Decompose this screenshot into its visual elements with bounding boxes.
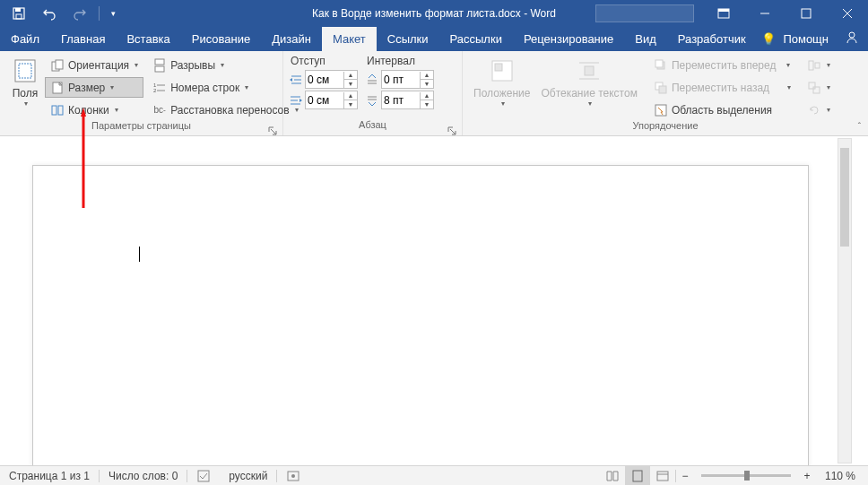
group-icon bbox=[807, 81, 821, 95]
language-status[interactable]: русский bbox=[220, 466, 276, 485]
tab-references[interactable]: Ссылки bbox=[377, 27, 439, 51]
vertical-scrollbar[interactable] bbox=[838, 138, 852, 463]
collapse-ribbon-button[interactable]: ˆ bbox=[858, 122, 861, 132]
group-paragraph: Отступ ▲▼ ▲▼ Интервал ▲▼ ▲▼ bbox=[283, 51, 463, 135]
svg-point-50 bbox=[291, 474, 295, 478]
bring-forward-icon bbox=[654, 58, 668, 73]
svg-rect-44 bbox=[815, 63, 820, 68]
svg-rect-43 bbox=[809, 61, 813, 70]
spacing-after-icon bbox=[365, 93, 379, 108]
svg-rect-16 bbox=[58, 106, 63, 115]
tab-review[interactable]: Рецензирование bbox=[513, 27, 624, 51]
selection-pane-button[interactable]: Область выделения bbox=[648, 100, 796, 120]
group-page-setup-label: Параметры страницы bbox=[0, 120, 282, 135]
wrap-text-icon bbox=[575, 56, 603, 85]
group-paragraph-label: Абзац bbox=[283, 119, 462, 135]
orientation-button[interactable]: Ориентация▾ bbox=[45, 55, 143, 75]
svg-rect-41 bbox=[659, 86, 666, 93]
tab-layout[interactable]: Макет bbox=[322, 27, 377, 51]
spin-up[interactable]: ▲ bbox=[344, 92, 357, 100]
zoom-in-button[interactable]: + bbox=[798, 470, 816, 482]
spacing-before-input[interactable]: ▲▼ bbox=[381, 70, 434, 89]
svg-rect-46 bbox=[813, 87, 820, 93]
margins-icon bbox=[11, 56, 39, 85]
rotate-icon bbox=[807, 103, 821, 117]
align-button[interactable]: ▾ bbox=[802, 55, 836, 75]
undo-button[interactable] bbox=[38, 2, 61, 25]
word-count-status[interactable]: Число слов: 0 bbox=[100, 466, 187, 485]
size-button[interactable]: Размер▾ bbox=[45, 77, 143, 98]
spin-down[interactable]: ▼ bbox=[344, 100, 357, 108]
group-button[interactable]: ▾ bbox=[802, 77, 836, 98]
zoom-slider[interactable] bbox=[701, 474, 791, 477]
spin-down[interactable]: ▼ bbox=[421, 80, 433, 88]
selection-pane-icon bbox=[654, 103, 668, 117]
svg-rect-39 bbox=[655, 60, 663, 67]
tab-file[interactable]: Файл bbox=[0, 27, 50, 51]
spin-up[interactable]: ▲ bbox=[421, 72, 433, 80]
svg-rect-1 bbox=[15, 8, 21, 12]
tab-view[interactable]: Вид bbox=[624, 27, 667, 51]
indent-right-input[interactable]: ▲▼ bbox=[305, 91, 358, 109]
svg-rect-48 bbox=[198, 471, 209, 481]
print-layout-button[interactable] bbox=[625, 466, 650, 485]
read-mode-button[interactable] bbox=[600, 466, 625, 485]
wrap-text-button[interactable]: Обтекание текстом▾ bbox=[535, 55, 642, 120]
redo-button[interactable] bbox=[68, 2, 91, 25]
user-account-box[interactable] bbox=[595, 4, 694, 22]
spin-down[interactable]: ▼ bbox=[421, 100, 433, 108]
position-button[interactable]: Положение▾ bbox=[468, 55, 535, 120]
paragraph-launcher[interactable] bbox=[447, 123, 458, 134]
svg-rect-17 bbox=[155, 59, 164, 65]
size-icon bbox=[50, 81, 65, 95]
qat-customize-button[interactable]: ▾ bbox=[107, 2, 119, 25]
zoom-out-button[interactable]: − bbox=[676, 470, 694, 482]
tab-draw[interactable]: Рисование bbox=[181, 27, 261, 51]
ribbon-display-button[interactable] bbox=[703, 0, 744, 27]
titlebar: ▾ Как в Ворде изменить формат листа.docx… bbox=[0, 0, 868, 27]
zoom-level[interactable]: 110 % bbox=[816, 466, 868, 485]
document-page[interactable] bbox=[32, 165, 809, 465]
spin-down[interactable]: ▼ bbox=[344, 80, 357, 88]
spacing-after-input[interactable]: ▲▼ bbox=[381, 91, 434, 109]
breaks-button[interactable]: Разрывы▾ bbox=[147, 55, 304, 75]
tell-me-label[interactable]: Помощн bbox=[783, 32, 829, 46]
save-button[interactable] bbox=[7, 2, 30, 25]
tab-mailings[interactable]: Рассылки bbox=[439, 27, 513, 51]
indent-right-icon bbox=[289, 93, 303, 108]
page-setup-launcher[interactable] bbox=[268, 123, 279, 134]
document-area bbox=[0, 136, 868, 465]
share-icon[interactable] bbox=[845, 30, 859, 48]
columns-button[interactable]: Колонки▾ bbox=[45, 100, 143, 120]
svg-rect-52 bbox=[657, 472, 668, 481]
bring-forward-button[interactable]: Переместить вперед▾ bbox=[648, 55, 796, 75]
line-numbers-button[interactable]: 12 Номера строк▾ bbox=[147, 77, 304, 98]
margins-button[interactable]: Поля ▾ bbox=[5, 55, 45, 120]
svg-rect-6 bbox=[802, 9, 811, 18]
tab-insert[interactable]: Вставка bbox=[116, 27, 180, 51]
page-number-status[interactable]: Страница 1 из 1 bbox=[0, 466, 99, 485]
maximize-button[interactable] bbox=[786, 0, 827, 27]
tab-home[interactable]: Главная bbox=[50, 27, 116, 51]
send-backward-button[interactable]: Переместить назад▾ bbox=[648, 77, 796, 98]
tab-design[interactable]: Дизайн bbox=[261, 27, 322, 51]
rotate-button[interactable]: ▾ bbox=[802, 100, 836, 120]
svg-rect-2 bbox=[16, 14, 22, 19]
lightbulb-icon: 💡 bbox=[761, 32, 776, 46]
group-page-setup: Поля ▾ Ориентация▾ Размер▾ Колонки▾ bbox=[0, 51, 283, 135]
minimize-button[interactable] bbox=[744, 0, 786, 27]
hyphenation-button[interactable]: bc- Расстановка переносов▾ bbox=[147, 100, 304, 120]
align-icon bbox=[807, 58, 821, 73]
web-layout-button[interactable] bbox=[650, 466, 675, 485]
spin-up[interactable]: ▲ bbox=[344, 72, 357, 80]
svg-rect-34 bbox=[495, 64, 502, 71]
spin-up[interactable]: ▲ bbox=[421, 92, 433, 100]
svg-rect-13 bbox=[56, 60, 63, 69]
tab-developer[interactable]: Разработчик bbox=[667, 27, 757, 51]
spellcheck-status[interactable] bbox=[187, 466, 220, 485]
indent-left-input[interactable]: ▲▼ bbox=[305, 70, 358, 89]
group-arrange: Положение▾ Обтекание текстом▾ Переместит… bbox=[463, 51, 868, 135]
orientation-icon bbox=[50, 58, 65, 73]
macro-status[interactable] bbox=[277, 466, 309, 485]
close-button[interactable] bbox=[827, 0, 868, 27]
